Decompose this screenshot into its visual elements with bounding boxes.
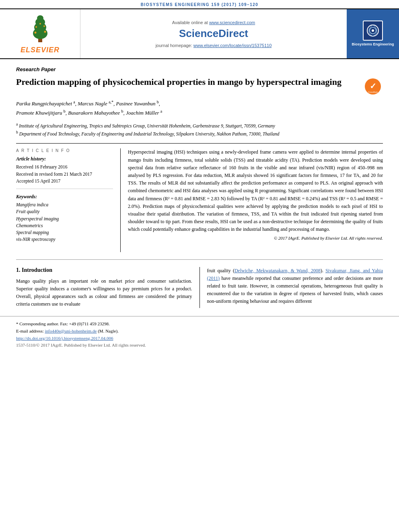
- authors-line: Parika Rungpichayapichet a, Marcus Nagle…: [16, 99, 383, 117]
- brand-direct: Direct: [218, 27, 248, 39]
- journal-header: ELSEVIER Available online at www.science…: [0, 8, 399, 59]
- keyword-mangifera: Mangifera indica: [16, 201, 113, 208]
- article-title: Prediction mapping of physicochemical pr…: [16, 76, 363, 88]
- introduction-section: 1. Introduction Mango quality plays an i…: [0, 267, 399, 316]
- svg-text:✓: ✓: [370, 82, 376, 90]
- history-subtitle: Article history:: [16, 156, 113, 162]
- abstract-text: Hyperspectral imaging (HSI) techniques u…: [128, 148, 383, 233]
- affiliations: a Institute of Agricultural Engineering,…: [16, 121, 383, 138]
- article-history: Article history: Received 16 February 20…: [16, 156, 113, 189]
- elsevier-logo: ELSEVIER: [21, 13, 60, 54]
- svg-point-5: [34, 32, 36, 34]
- keyword-hyperspectral: Hyperspectral imaging: [16, 216, 113, 222]
- issn-line: 1537-5110/© 2017 IAgrE. Published by Els…: [16, 342, 383, 349]
- keyword-fruit-quality: Fruit quality: [16, 208, 113, 215]
- abstract-col: Hyperspectral imaging (HSI) techniques u…: [121, 148, 383, 252]
- accepted-date: Accepted 15 April 2017: [16, 178, 113, 185]
- crossmark-badge: ✓ CrossMark: [363, 76, 383, 95]
- biosystems-text: Biosystems Engineering: [352, 42, 394, 47]
- section-num: 1.: [16, 267, 21, 273]
- intro-left-text: Mango quality plays an important role on…: [16, 277, 192, 308]
- section-divider: [16, 259, 383, 260]
- elsevier-wordmark: ELSEVIER: [21, 46, 60, 54]
- intro-heading: 1. Introduction: [16, 267, 192, 273]
- available-online-label: Available online at: [172, 20, 208, 25]
- intro-right-text: fruit quality (Delwiche, Mekwatanakarn, …: [207, 267, 383, 306]
- doi-link[interactable]: http://dx.doi.org/10.1016/j.biosystemsen…: [16, 336, 113, 341]
- keyword-vis-nir: vis-NIR spectroscopy: [16, 236, 113, 243]
- biosystems-logo-section: Biosystems Engineering: [347, 9, 399, 58]
- main-content: Research Paper Prediction mapping of phy…: [0, 59, 399, 260]
- ref-link-delwiche[interactable]: Delwiche, Mekwatanakarn, & Wand, 2008: [234, 268, 321, 273]
- brand-sci: Science: [179, 27, 218, 39]
- section-title: Introduction: [22, 267, 52, 273]
- journal-reference: BIOSYSTEMS ENGINEERING 159 (2017) 109–12…: [0, 0, 399, 8]
- biosystems-icon: [366, 23, 380, 38]
- title-row: Prediction mapping of physicochemical pr…: [16, 76, 383, 95]
- biosystems-logo-icon: [363, 21, 383, 41]
- svg-point-6: [44, 31, 46, 33]
- svg-text:CrossMark: CrossMark: [368, 91, 378, 93]
- svg-point-7: [35, 26, 37, 28]
- copyright-line: © 2017 IAgrE. Published by Elsevier Ltd.…: [128, 236, 383, 240]
- journal-homepage-url[interactable]: www.elsevier.com/locate/issn/15375110: [193, 43, 271, 48]
- revised-date: Received in revised form 21 March 2017: [16, 171, 113, 178]
- journal-homepage: journal homepage: www.elsevier.com/locat…: [156, 43, 272, 48]
- keyword-spectral-mapping: Spectral mapping: [16, 229, 113, 236]
- sciencedirect-section: Available online at www.sciencedirect.co…: [80, 9, 347, 58]
- biosystems-logo-box: Biosystems Engineering: [352, 21, 394, 47]
- paper-type-label: Research Paper: [16, 66, 383, 72]
- keyword-chemometrics: Chemometrics: [16, 222, 113, 229]
- article-info-abstract-section: A R T I C L E I N F O Article history: R…: [16, 143, 383, 252]
- email-label: E-mail address:: [16, 329, 45, 333]
- corresponding-author-note: * Corresponding author. Fax: +49 (0)711 …: [16, 320, 383, 328]
- email-link[interactable]: info440e@uni-hohenheim.de: [45, 329, 97, 333]
- crossmark-icon: ✓ CrossMark: [364, 78, 381, 95]
- svg-point-9: [39, 23, 41, 25]
- footnote-section: * Corresponding author. Fax: +49 (0)711 …: [0, 316, 399, 353]
- svg-point-12: [372, 29, 374, 32]
- keywords-subtitle: Keywords:: [16, 194, 113, 200]
- keywords-section: Keywords: Mangifera indica Fruit quality…: [16, 194, 113, 247]
- intro-right-col: fruit quality (Delwiche, Mekwatanakarn, …: [200, 267, 383, 308]
- corresponding-author-text: * Corresponding author. Fax: +49 (0)711 …: [16, 321, 110, 326]
- article-info-label: A R T I C L E I N F O: [16, 148, 113, 153]
- email-line: E-mail address: info440e@uni-hohenheim.d…: [16, 328, 383, 335]
- sciencedirect-url[interactable]: www.sciencedirect.com: [209, 20, 255, 25]
- svg-point-4: [37, 15, 43, 21]
- homepage-label: journal homepage:: [156, 43, 192, 48]
- elsevier-tree-icon: [24, 13, 56, 43]
- elsevier-logo-section: ELSEVIER: [0, 9, 80, 58]
- svg-point-8: [43, 25, 45, 27]
- sciencedirect-brand: ScienceDirect: [179, 27, 248, 40]
- intro-left-col: 1. Introduction Mango quality plays an i…: [16, 267, 200, 308]
- received-date: Received 16 February 2016: [16, 164, 113, 170]
- email-suffix: (M. Nagle).: [97, 329, 118, 333]
- doi-line: http://dx.doi.org/10.1016/j.biosystemsen…: [16, 335, 383, 342]
- available-online-text: Available online at www.sciencedirect.co…: [172, 20, 255, 25]
- article-info-col: A R T I C L E I N F O Article history: R…: [16, 148, 121, 252]
